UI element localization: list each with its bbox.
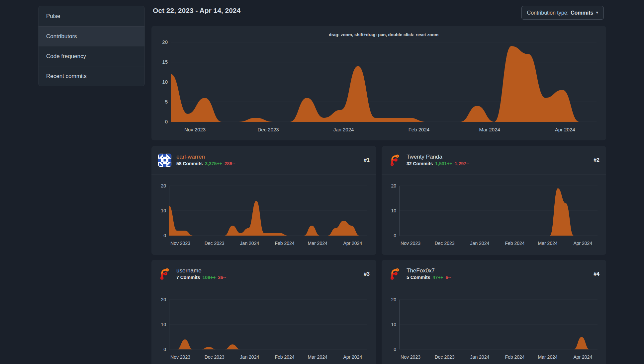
svg-text:0: 0 xyxy=(394,347,396,352)
contributor-stats: 58 Commits 3,375++ 286-- xyxy=(176,161,235,166)
deletions-count: 1,297-- xyxy=(455,161,469,166)
forgejo-logo-icon xyxy=(388,267,402,281)
svg-text:Feb 2024: Feb 2024 xyxy=(505,241,525,246)
svg-text:20: 20 xyxy=(161,297,166,302)
svg-text:Apr 2024: Apr 2024 xyxy=(343,241,362,246)
svg-text:Apr 2024: Apr 2024 xyxy=(573,241,592,246)
svg-text:0: 0 xyxy=(163,233,166,238)
svg-text:Nov 2023: Nov 2023 xyxy=(401,354,420,360)
svg-text:Jan 2024: Jan 2024 xyxy=(333,127,354,132)
overall-activity-chart[interactable]: 05101520Nov 2023Dec 2023Jan 2024Feb 2024… xyxy=(151,26,606,140)
svg-text:15: 15 xyxy=(162,59,168,65)
sidebar-item-label: Contributors xyxy=(46,33,77,40)
sidebar-item-contributors[interactable]: Contributors xyxy=(39,26,144,46)
sidebar-item-label: Recent commits xyxy=(46,73,87,80)
additions-count: 3,375++ xyxy=(205,161,222,166)
chevron-down-icon: ▾ xyxy=(596,10,598,15)
contributor-name-link[interactable]: earl-warren xyxy=(176,154,235,160)
contributor-avatar xyxy=(388,267,402,281)
svg-text:Nov 2023: Nov 2023 xyxy=(401,241,420,246)
svg-text:20: 20 xyxy=(391,297,396,302)
svg-text:Nov 2023: Nov 2023 xyxy=(184,127,206,132)
deletions-count: 36-- xyxy=(218,275,226,280)
contributor-activity-chart[interactable]: 01020Nov 2023Dec 2023Jan 2024Feb 2024Mar… xyxy=(151,288,376,364)
contributor-card-header: TheFox0x7 5 Commits 47++ 6-- #4 xyxy=(382,260,606,288)
contributor-identity: earl-warren 58 Commits 3,375++ 286-- xyxy=(176,154,235,167)
forgejo-logo-icon xyxy=(158,267,171,281)
svg-text:Dec 2023: Dec 2023 xyxy=(205,241,225,246)
svg-text:0: 0 xyxy=(163,347,166,352)
svg-text:Feb 2024: Feb 2024 xyxy=(275,241,295,246)
repo-activity-sidebar: Pulse Contributors Code frequency Recent… xyxy=(38,6,145,86)
contributor-card-header: earl-warren 58 Commits 3,375++ 286-- #1 xyxy=(151,146,376,175)
svg-text:Mar 2024: Mar 2024 xyxy=(308,241,327,246)
contributor-avatar xyxy=(158,154,171,167)
contributor-card: earl-warren 58 Commits 3,375++ 286-- #1 … xyxy=(151,146,376,255)
svg-text:20: 20 xyxy=(161,183,166,188)
svg-text:Feb 2024: Feb 2024 xyxy=(505,354,525,360)
svg-text:Mar 2024: Mar 2024 xyxy=(538,241,558,246)
contributor-avatar xyxy=(158,267,171,281)
svg-text:Dec 2023: Dec 2023 xyxy=(205,354,225,360)
contributor-rank: #2 xyxy=(594,157,599,163)
svg-text:Mar 2024: Mar 2024 xyxy=(538,354,558,360)
svg-text:Nov 2023: Nov 2023 xyxy=(170,354,190,360)
date-range-title: Oct 22, 2023 - Apr 14, 2024 xyxy=(153,7,240,15)
svg-text:0: 0 xyxy=(165,119,168,124)
overall-activity-panel: 05101520Nov 2023Dec 2023Jan 2024Feb 2024… xyxy=(151,26,606,140)
contributor-activity-chart[interactable]: 01020Nov 2023Dec 2023Jan 2024Feb 2024Mar… xyxy=(382,288,606,364)
contributor-stats: 5 Commits 47++ 6-- xyxy=(407,275,451,280)
svg-text:drag: zoom, shift+drag: pan, d: drag: zoom, shift+drag: pan, double clic… xyxy=(329,32,438,37)
contributor-name: username xyxy=(176,268,226,274)
svg-text:Nov 2023: Nov 2023 xyxy=(170,241,190,246)
contributor-rank: #1 xyxy=(364,157,370,163)
sidebar-item-label: Code frequency xyxy=(46,53,86,60)
deletions-count: 286-- xyxy=(225,161,235,166)
svg-text:20: 20 xyxy=(162,39,168,45)
svg-text:20: 20 xyxy=(391,183,396,188)
svg-text:5: 5 xyxy=(165,99,168,105)
svg-text:Mar 2024: Mar 2024 xyxy=(479,127,500,132)
contributor-avatar xyxy=(388,154,402,167)
commit-count: 7 Commits xyxy=(176,275,200,280)
contributor-rank: #4 xyxy=(594,271,599,277)
identicon-image xyxy=(158,154,171,167)
additions-count: 47++ xyxy=(433,275,443,280)
svg-text:Feb 2024: Feb 2024 xyxy=(409,127,429,132)
svg-text:Jan 2024: Jan 2024 xyxy=(240,354,259,360)
sidebar-item-code-frequency[interactable]: Code frequency xyxy=(39,46,144,66)
svg-text:Dec 2023: Dec 2023 xyxy=(257,127,279,132)
contribution-type-value: Commits xyxy=(571,10,593,16)
svg-text:10: 10 xyxy=(391,322,396,327)
svg-text:Jan 2024: Jan 2024 xyxy=(240,241,259,246)
svg-text:Dec 2023: Dec 2023 xyxy=(435,241,455,246)
svg-text:Mar 2024: Mar 2024 xyxy=(308,354,327,360)
sidebar-item-pulse[interactable]: Pulse xyxy=(39,6,144,26)
contributor-card: username 7 Commits 108++ 36-- #3 01020No… xyxy=(151,260,376,364)
sidebar-item-recent-commits[interactable]: Recent commits xyxy=(39,66,144,86)
commit-count: 58 Commits xyxy=(176,161,203,166)
svg-text:10: 10 xyxy=(161,322,166,327)
contribution-type-dropdown[interactable]: Contribution type: Commits ▾ xyxy=(521,6,604,20)
svg-text:10: 10 xyxy=(161,208,166,213)
contributor-activity-chart[interactable]: 01020Nov 2023Dec 2023Jan 2024Feb 2024Mar… xyxy=(151,175,376,255)
contributor-rank: #3 xyxy=(364,271,370,277)
contribution-type-label: Contribution type: xyxy=(527,10,569,16)
deletions-count: 6-- xyxy=(446,275,451,280)
contributor-card-header: Twenty Panda 32 Commits 1,531++ 1,297-- … xyxy=(382,146,606,175)
svg-text:10: 10 xyxy=(162,79,168,85)
contributor-name: TheFox0x7 xyxy=(407,268,451,274)
svg-text:Dec 2023: Dec 2023 xyxy=(435,354,455,360)
additions-count: 108++ xyxy=(203,275,216,280)
svg-text:0: 0 xyxy=(394,233,396,238)
forgejo-logo-icon xyxy=(388,154,402,167)
contributor-card-header: username 7 Commits 108++ 36-- #3 xyxy=(151,260,376,288)
contributor-activity-chart[interactable]: 01020Nov 2023Dec 2023Jan 2024Feb 2024Mar… xyxy=(382,175,606,255)
commit-count: 32 Commits xyxy=(407,161,433,166)
svg-text:10: 10 xyxy=(391,208,396,213)
commit-count: 5 Commits xyxy=(407,275,430,280)
contributor-identity: username 7 Commits 108++ 36-- xyxy=(176,268,226,280)
svg-text:Jan 2024: Jan 2024 xyxy=(470,354,490,360)
contributor-card: Twenty Panda 32 Commits 1,531++ 1,297-- … xyxy=(382,146,606,255)
contributor-name: Twenty Panda xyxy=(407,154,469,160)
